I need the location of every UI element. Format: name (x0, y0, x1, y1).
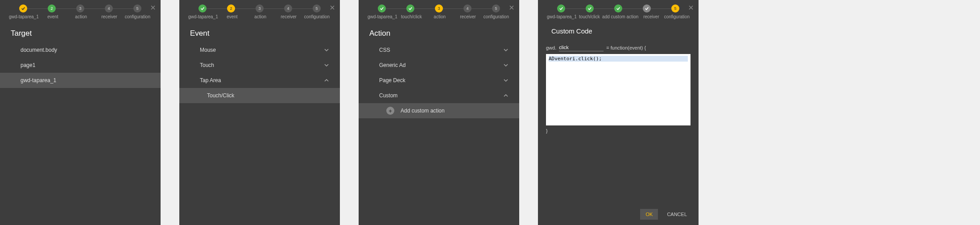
target-item[interactable]: document.body (0, 42, 161, 58)
function-name-input[interactable] (559, 44, 604, 51)
func-suffix: = function(event) { (606, 45, 646, 50)
step-1[interactable] (557, 4, 565, 12)
step-labels: gwd-taparea_1 event action receiver conf… (179, 14, 340, 24)
code-editor[interactable]: ADventori.click(); (546, 54, 691, 125)
stepper: 2 3 4 5 (179, 0, 340, 14)
step-label: gwd-taparea_1 (9, 14, 39, 19)
event-group[interactable]: Touch (179, 58, 340, 73)
item-label: CSS (379, 47, 390, 53)
step-label: receiver (454, 14, 482, 19)
step-label: touch/click (577, 14, 602, 19)
step-3[interactable]: 3 (256, 4, 264, 12)
step-3[interactable] (614, 4, 622, 12)
step-1[interactable] (19, 4, 27, 12)
item-label: gwd-taparea_1 (21, 77, 56, 83)
step-4[interactable]: 4 (463, 4, 471, 12)
step-label: event (39, 14, 67, 19)
event-group[interactable]: Tap Area (179, 73, 340, 88)
stepper: 2 3 4 5 (0, 0, 161, 14)
step-2[interactable]: 2 (227, 4, 235, 12)
step-label: gwd-taparea_1 (188, 14, 218, 19)
item-label: Generic Ad (379, 62, 405, 68)
step-label: gwd-taparea_1 (368, 14, 397, 19)
action-group[interactable]: Page Deck (359, 73, 519, 88)
step-5[interactable]: 5 (313, 4, 321, 12)
code-section: gwd. = function(event) { ADventori.click… (538, 38, 699, 142)
step-label: gwd-taparea_1 (547, 14, 577, 19)
step-label: touch/click (397, 14, 426, 19)
section-title: Custom Code (538, 24, 699, 38)
chevron-down-icon (324, 62, 329, 68)
panel-event: 2 3 4 5 gwd-taparea_1 event action recei… (179, 0, 340, 225)
step-label: receiver (274, 14, 302, 19)
step-5[interactable]: 5 (671, 4, 679, 12)
step-3[interactable]: 3 (435, 4, 443, 12)
item-label: document.body (21, 47, 57, 53)
item-label: Mouse (200, 47, 216, 53)
step-3[interactable]: 3 (76, 4, 84, 12)
step-label: configuration (482, 14, 510, 19)
step-2[interactable] (586, 4, 594, 12)
section-title: Event (179, 24, 340, 42)
step-label: receiver (95, 14, 123, 19)
step-labels: gwd-taparea_1 touch/click action receive… (359, 14, 519, 24)
step-1[interactable] (198, 4, 207, 12)
action-group[interactable]: Custom (359, 88, 519, 103)
panel-configuration: 5 gwd-taparea_1 touch/click add custom a… (538, 0, 699, 225)
section-title: Target (0, 24, 161, 42)
panel-target: 2 3 4 5 gwd-taparea_1 event action recei… (0, 0, 161, 225)
step-1[interactable] (378, 4, 386, 12)
step-label: action (426, 14, 454, 19)
event-group[interactable]: Mouse (179, 42, 340, 58)
event-item[interactable]: Touch/Click (179, 88, 340, 103)
step-5[interactable]: 5 (133, 4, 141, 12)
target-item[interactable]: page1 (0, 58, 161, 73)
step-2[interactable]: 2 (48, 4, 56, 12)
cancel-button[interactable]: CANCEL (662, 209, 692, 220)
step-label: event (218, 14, 246, 19)
closing-brace: } (546, 125, 691, 136)
step-labels: gwd-taparea_1 touch/click add custom act… (538, 14, 699, 24)
chevron-up-icon (503, 93, 509, 98)
function-signature: gwd. = function(event) { (546, 44, 691, 54)
chevron-down-icon (503, 47, 509, 53)
stepper: 5 (538, 0, 699, 14)
item-label: Touch (200, 62, 214, 68)
item-label: Custom (379, 92, 397, 99)
ok-button[interactable]: OK (640, 209, 658, 220)
add-label: Add custom action (401, 108, 445, 114)
code-line: ADventori.click(); (549, 56, 688, 62)
step-label: receiver (638, 14, 664, 19)
section-title: Action (359, 24, 519, 42)
item-label: Page Deck (379, 77, 405, 83)
step-5[interactable]: 5 (492, 4, 500, 12)
step-label: add custom action (602, 14, 638, 19)
plus-icon: + (386, 107, 394, 115)
func-prefix: gwd. (546, 45, 556, 50)
action-group[interactable]: Generic Ad (359, 58, 519, 73)
chevron-up-icon (324, 78, 329, 83)
step-4[interactable]: 4 (105, 4, 113, 12)
panel-action: 3 4 5 gwd-taparea_1 touch/click action r… (359, 0, 519, 225)
step-labels: gwd-taparea_1 event action receiver conf… (0, 14, 161, 24)
stepper: 3 4 5 (359, 0, 519, 14)
chevron-down-icon (503, 62, 509, 68)
target-item[interactable]: gwd-taparea_1 (0, 73, 161, 88)
step-label: action (246, 14, 274, 19)
step-label: configuration (664, 14, 690, 19)
add-custom-action[interactable]: + Add custom action (359, 103, 519, 118)
button-row: OK CANCEL (640, 209, 692, 220)
step-4[interactable]: 4 (284, 4, 292, 12)
step-4[interactable] (643, 4, 651, 12)
chevron-down-icon (324, 47, 329, 53)
step-label: action (67, 14, 95, 19)
chevron-down-icon (503, 78, 509, 83)
step-2[interactable] (406, 4, 414, 12)
item-label: page1 (21, 62, 35, 68)
step-label: configuration (303, 14, 331, 19)
step-label: configuration (124, 14, 152, 19)
action-group[interactable]: CSS (359, 42, 519, 58)
item-label: Tap Area (200, 77, 221, 83)
